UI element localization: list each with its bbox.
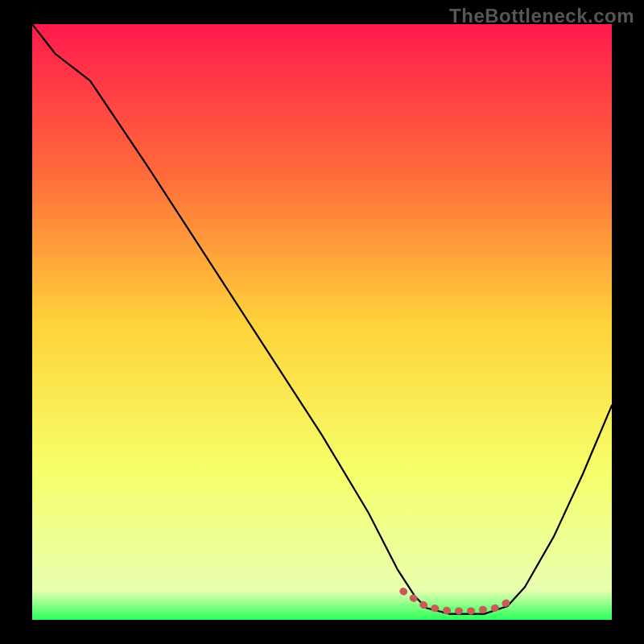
chart-svg — [32, 24, 612, 620]
plot-area — [32, 24, 612, 620]
chart-container: TheBottleneck.com — [0, 0, 644, 644]
gradient-background — [32, 24, 612, 620]
watermark-text: TheBottleneck.com — [449, 5, 634, 27]
